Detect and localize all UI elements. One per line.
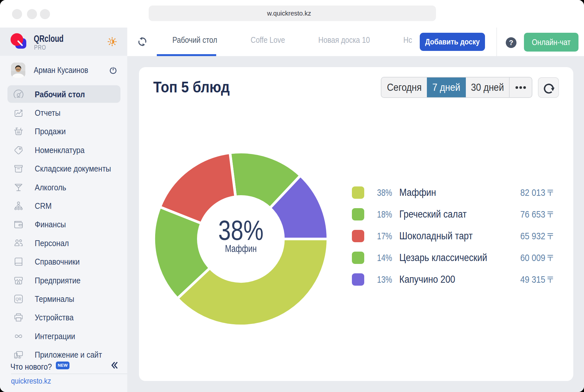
- svg-text:QR: QR: [16, 297, 21, 302]
